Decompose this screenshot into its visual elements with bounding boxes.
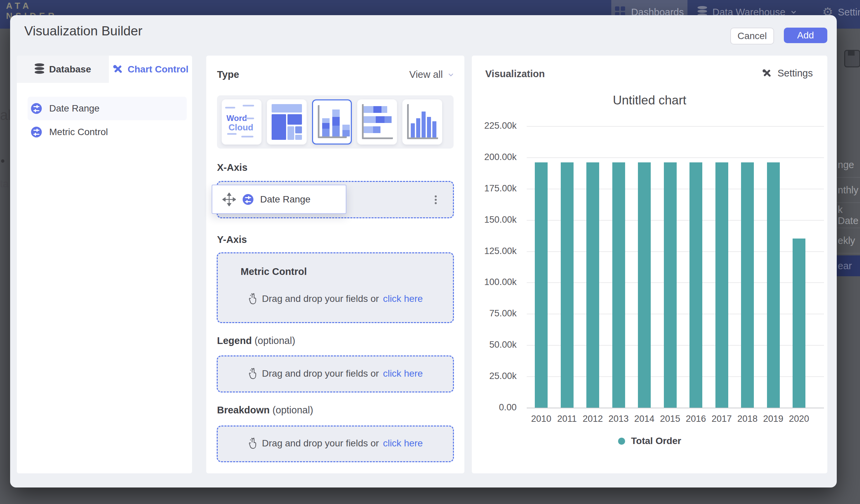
stacked-column-icon bbox=[318, 105, 347, 138]
breakdown-dropzone[interactable]: Drag and drop your fields or click here bbox=[217, 426, 454, 462]
tap-hand-icon bbox=[248, 438, 258, 449]
chevron-down-icon bbox=[447, 71, 454, 78]
database-icon bbox=[35, 63, 45, 75]
y-tick-label: 50.00k bbox=[473, 340, 517, 350]
visualization-builder-modal: Visualization Builder Cancel Add Databas… bbox=[10, 15, 837, 488]
bar-2015[interactable] bbox=[664, 162, 677, 408]
modal-title: Visualization Builder bbox=[24, 24, 143, 39]
gridline bbox=[527, 157, 824, 158]
background-text-fragment: ta bbox=[0, 178, 9, 190]
y-axis-dropzone[interactable]: Metric Control Drag and drop your fields… bbox=[217, 252, 454, 323]
y-tick-label: 225.00k bbox=[473, 120, 517, 131]
y-tick-label: 100.00k bbox=[473, 277, 517, 287]
visualization-heading: Visualization bbox=[485, 68, 545, 80]
background-option-year-selected[interactable]: ear bbox=[837, 255, 860, 276]
background-heading-fragment: al bbox=[0, 107, 11, 123]
control-sliders-icon bbox=[243, 194, 254, 205]
type-card-stacked-column-selected[interactable] bbox=[312, 99, 352, 145]
breakdown-heading: Breakdown (optional) bbox=[217, 405, 313, 416]
y-tick-label: 150.00k bbox=[473, 215, 517, 225]
move-cursor-icon bbox=[223, 193, 236, 206]
chevron-down-icon bbox=[790, 9, 797, 15]
bar-2014[interactable] bbox=[638, 162, 651, 408]
control-sliders-icon bbox=[31, 127, 42, 138]
background-option-range[interactable]: nge bbox=[837, 152, 860, 177]
type-card-stacked-bar[interactable] bbox=[357, 99, 397, 145]
view-all-button[interactable]: View all bbox=[410, 69, 454, 80]
bar-2012[interactable] bbox=[586, 162, 599, 408]
background-option-list: nge nthly k Date ekly ear bbox=[837, 152, 860, 276]
legend-heading: Legend (optional) bbox=[217, 335, 295, 346]
x-tick-label: 2020 bbox=[784, 414, 814, 424]
background-option-weekly[interactable]: ekly bbox=[837, 228, 860, 253]
click-here-link[interactable]: click here bbox=[383, 293, 422, 304]
y-axis-zone-label: Metric Control bbox=[241, 266, 307, 277]
type-heading: Type bbox=[217, 69, 239, 80]
x-axis-line bbox=[527, 408, 824, 408]
legend-drop-hint: Drag and drop your fields or click here bbox=[218, 368, 453, 379]
cancel-button[interactable]: Cancel bbox=[730, 28, 774, 44]
field-metric-control[interactable]: Metric Control bbox=[28, 120, 187, 144]
control-sliders-icon bbox=[31, 103, 42, 114]
chart-plot-area: 225.00k200.00k175.00k150.00k125.00k100.0… bbox=[527, 126, 824, 408]
gridline bbox=[527, 126, 824, 127]
word-cloud-icon: Word Cloud bbox=[222, 99, 261, 145]
type-card-treemap[interactable] bbox=[267, 99, 307, 145]
tools-icon bbox=[762, 68, 772, 78]
drop-hint-text: Drag and drop your fields or bbox=[262, 368, 379, 379]
tab-chart-control[interactable]: Chart Control bbox=[109, 56, 192, 83]
tap-hand-icon bbox=[248, 368, 258, 379]
click-here-link[interactable]: click here bbox=[383, 438, 422, 449]
logo-line-1: ATA bbox=[6, 1, 57, 11]
type-card-column[interactable] bbox=[402, 99, 442, 145]
field-date-range[interactable]: Date Range bbox=[28, 97, 187, 120]
bar-2011[interactable] bbox=[561, 162, 574, 408]
y-tick-label: 25.00k bbox=[473, 371, 517, 381]
builder-panel: Type View all Word Cloud bbox=[206, 56, 464, 473]
y-tick-label: 0.00 bbox=[473, 402, 517, 413]
y-tick-label: 200.00k bbox=[473, 152, 517, 162]
view-all-label: View all bbox=[410, 69, 443, 80]
bar-2013[interactable] bbox=[612, 162, 625, 408]
background-option-date[interactable]: k Date bbox=[837, 203, 860, 228]
y-tick-label: 175.00k bbox=[473, 183, 517, 194]
type-card-word-cloud[interactable]: Word Cloud bbox=[222, 99, 261, 145]
field-metric-control-label: Metric Control bbox=[49, 127, 108, 138]
settings-label: Settings bbox=[777, 68, 813, 79]
legend-dropzone[interactable]: Drag and drop your fields or click here bbox=[217, 356, 454, 392]
background-option-monthly[interactable]: nthly bbox=[837, 177, 860, 203]
bar-2010[interactable] bbox=[535, 162, 548, 408]
save-icon[interactable] bbox=[844, 50, 860, 67]
settings-button[interactable]: Settings bbox=[762, 68, 813, 79]
date-range-drag-chip[interactable]: Date Range bbox=[212, 185, 346, 214]
drag-chip-label: Date Range bbox=[260, 194, 310, 205]
chart-type-picker: Word Cloud bbox=[217, 95, 454, 148]
chart-legend: Total Order bbox=[472, 436, 827, 446]
bar-2020[interactable] bbox=[793, 239, 805, 408]
y-axis-heading: Y-Axis bbox=[217, 234, 247, 245]
y-tick-label: 125.00k bbox=[473, 246, 517, 256]
stacked-bar-icon bbox=[362, 104, 393, 139]
tap-hand-icon bbox=[248, 293, 258, 305]
breakdown-drop-hint: Drag and drop your fields or click here bbox=[218, 438, 453, 449]
x-axis-heading: X-Axis bbox=[217, 162, 247, 173]
bar-2018[interactable] bbox=[741, 162, 754, 408]
tools-icon bbox=[113, 64, 123, 75]
kebab-menu-icon[interactable] bbox=[435, 194, 437, 205]
bar-2017[interactable] bbox=[715, 162, 728, 408]
nav-settings-label: Settings bbox=[838, 7, 860, 18]
legend-dot bbox=[618, 438, 625, 445]
screen: ATA NSIDER Dashboards Data Warehouse ⚙ S… bbox=[0, 0, 860, 504]
bar-2016[interactable] bbox=[689, 162, 702, 408]
tab-database[interactable]: Database bbox=[17, 56, 109, 83]
drop-hint-text: Drag and drop your fields or bbox=[262, 438, 379, 449]
background-bullet bbox=[1, 159, 4, 163]
treemap-icon bbox=[272, 104, 302, 140]
click-here-link[interactable]: click here bbox=[383, 368, 422, 379]
column-chart-icon bbox=[407, 104, 438, 139]
legend-series-label: Total Order bbox=[631, 436, 682, 446]
bar-2019[interactable] bbox=[767, 162, 780, 408]
add-button[interactable]: Add bbox=[784, 28, 827, 43]
visualization-panel: Visualization Settings Untitled chart 22… bbox=[472, 56, 827, 473]
field-date-range-label: Date Range bbox=[49, 103, 99, 114]
